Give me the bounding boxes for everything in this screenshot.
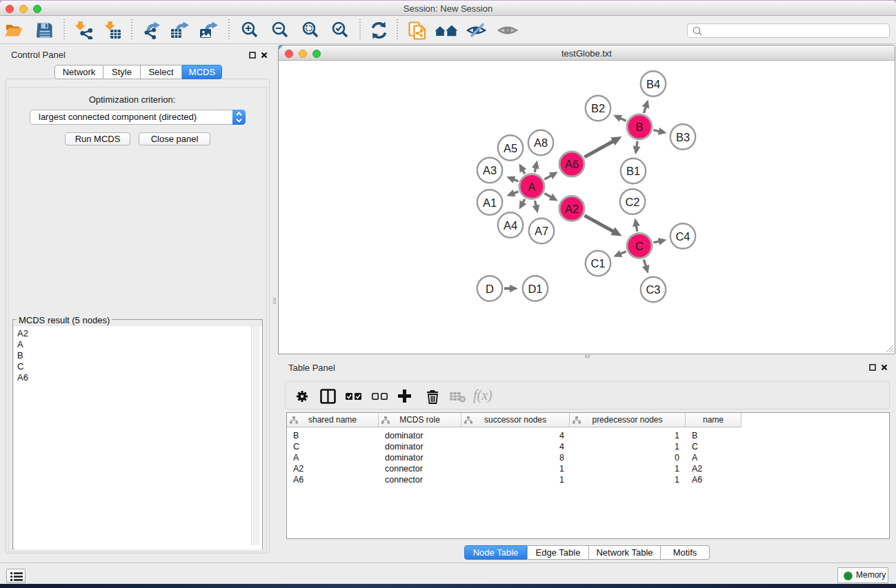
svg-text:D: D xyxy=(486,283,494,295)
svg-text:B2: B2 xyxy=(591,102,605,114)
svg-text:B4: B4 xyxy=(646,78,660,90)
svg-text:B1: B1 xyxy=(626,165,640,177)
svg-text:A: A xyxy=(528,181,535,193)
svg-text:A2: A2 xyxy=(565,203,579,215)
svg-text:B: B xyxy=(635,121,643,133)
svg-text:A3: A3 xyxy=(483,164,497,176)
svg-text:A4: A4 xyxy=(504,219,517,232)
svg-text:C: C xyxy=(635,240,644,252)
svg-text:C4: C4 xyxy=(675,230,690,243)
svg-text:A6: A6 xyxy=(565,158,579,170)
svg-text:A1: A1 xyxy=(483,196,497,209)
svg-text:D1: D1 xyxy=(528,283,542,295)
svg-text:C1: C1 xyxy=(590,257,605,270)
svg-text:A8: A8 xyxy=(534,136,548,149)
svg-text:A7: A7 xyxy=(535,225,548,237)
svg-text:A5: A5 xyxy=(504,142,517,154)
svg-text:C3: C3 xyxy=(646,283,660,296)
svg-text:B3: B3 xyxy=(676,131,690,143)
svg-text:C2: C2 xyxy=(625,196,639,208)
